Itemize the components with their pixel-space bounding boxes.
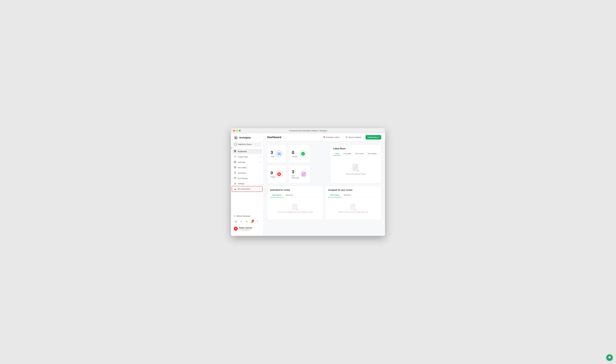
chat-fab-button[interactable]: 💬 — [606, 354, 613, 361]
screen-share-icon[interactable] — [234, 219, 238, 224]
latest-runs-title: Latest Runs — [333, 147, 378, 150]
main-content: Dashboard 📅 Schedule a demo 💬 Share Feed… — [263, 133, 385, 236]
failed-label: Failed — [271, 176, 275, 178]
help-icon[interactable]: ? — [255, 219, 260, 224]
close-button[interactable] — [233, 130, 235, 131]
svg-rect-3 — [235, 151, 236, 152]
submitted-review-title: Submitted for review — [270, 189, 320, 191]
test-data-icon — [234, 161, 236, 164]
assigned-empty-content: × Relax, no Test cases for review right … — [328, 200, 378, 217]
sidebar-item-label-create-tests: Create Tests — [238, 156, 259, 158]
sidebar-item-label-test-suites: Test Suites — [238, 167, 260, 169]
sidebar-item-label-test-plans: Test Plans — [238, 172, 260, 174]
assigned-review-tabs: Test Cases Elements — [328, 193, 378, 197]
user-profile[interactable]: R Robert Jackson Account Admin ⭐ › — [232, 225, 262, 232]
svg-rect-6 — [234, 163, 236, 163]
assigned-empty-text: Relax, no Test cases for review right no… — [338, 211, 368, 213]
tab-today[interactable]: Today — [333, 152, 341, 156]
chat-icon: 💬 — [346, 136, 348, 138]
submitted-review-card: Submitted for review Test Cases Elements — [267, 186, 323, 220]
latest-runs-card: Latest Runs Today This week This month T… — [330, 145, 381, 183]
svg-rect-9 — [234, 168, 235, 168]
svg-rect-13 — [234, 177, 236, 179]
sidebar-item-label-sf-connections: SF connections — [238, 188, 260, 190]
dropdown-chevron-icon: ▾ — [378, 136, 379, 138]
total-number: 3 — [271, 150, 274, 155]
no-runs-content: × There are no Runs Today. — [333, 158, 378, 180]
svg-text:×: × — [357, 170, 358, 172]
assigned-review-card: Assigned for your review Test Cases Elem… — [325, 186, 381, 220]
svg-point-11 — [234, 172, 236, 174]
submitted-test-cases-tab[interactable]: Test Cases — [270, 193, 284, 197]
create-new-button[interactable]: Create New ▾ — [366, 135, 381, 140]
sidebar-item-sf-connections[interactable]: ☁ SF connections — [232, 186, 262, 192]
passed-label: Passed — [292, 156, 298, 157]
sidebar: testsigma 💬 Salesforce Demo ↙ Dashboard — [231, 133, 263, 236]
sidebar-item-dashboard[interactable]: ↙ Dashboard — [232, 149, 262, 154]
topbar-actions: 📅 Schedule a demo 💬 Share Feedback Creat… — [321, 135, 381, 140]
notification-icon[interactable]: 🔔 1 — [250, 219, 254, 224]
svg-point-12 — [235, 172, 235, 173]
user-chevron-icon: › — [260, 228, 260, 230]
tab-this-month[interactable]: This month — [353, 152, 365, 156]
sidebar-item-test-data[interactable]: Test Data ▾ — [232, 160, 262, 165]
submitted-empty-text: You have not submitted any Test Cases fo… — [277, 211, 313, 213]
test-suites-icon — [234, 166, 236, 169]
workspace-selector[interactable]: 💬 Salesforce Demo — [233, 142, 262, 147]
submitted-elements-tab[interactable]: Elements — [284, 193, 295, 197]
failed-icon — [275, 170, 283, 178]
svg-rect-1 — [235, 150, 236, 151]
notification-badge: 1 — [252, 220, 254, 222]
not-executed-label: Not Executed — [292, 175, 301, 179]
test-plans-icon — [234, 172, 236, 174]
submitted-empty-content: × You have not submitted any Test Cases … — [270, 200, 320, 217]
sidebar-item-test-suites[interactable]: Test Suites — [232, 165, 262, 170]
tab-this-quarter[interactable]: This quarter — [366, 152, 378, 156]
dashboard-body: 3 Total — [263, 141, 385, 223]
refresh-label: Refresh Metadata — [236, 215, 250, 217]
schedule-demo-button[interactable]: 📅 Schedule a demo — [321, 135, 342, 139]
user-role: Account Admin ⭐ — [239, 229, 259, 231]
svg-rect-0 — [234, 150, 235, 151]
sidebar-bottom: ↻ Refresh Metadata ☺ ↻ 🔔 1 ? R — [231, 212, 263, 234]
maximize-button[interactable] — [239, 130, 241, 131]
passed-number: 0 — [292, 150, 298, 155]
review-grid: Submitted for review Test Cases Elements — [267, 186, 381, 220]
stats-section: 3 Total — [267, 145, 381, 183]
user-name: Robert Jackson — [239, 227, 259, 229]
assigned-elements-tab[interactable]: Elements — [342, 193, 353, 197]
minimize-button[interactable] — [236, 130, 238, 131]
sidebar-item-run-results[interactable]: Run Results — [232, 176, 262, 181]
stats-grid: 3 Total — [267, 145, 310, 183]
logo: testsigma — [231, 135, 263, 142]
assigned-test-cases-tab[interactable]: Test Cases — [328, 193, 342, 197]
submitted-review-tabs: Test Cases Elements — [270, 193, 320, 197]
smiley-icon[interactable]: ☺ — [239, 219, 243, 224]
sidebar-item-create-tests[interactable]: Create Tests ▾ — [232, 154, 262, 159]
total-icon — [275, 150, 283, 157]
stat-not-executed: 3 Not Executed — [288, 165, 310, 183]
sf-connections-icon: ☁ — [234, 188, 236, 190]
svg-rect-5 — [234, 162, 236, 162]
titlebar: AI Powered Test Automation Platform | Te… — [231, 128, 385, 133]
total-label: Total — [271, 156, 274, 157]
svg-rect-10 — [235, 168, 236, 168]
assigned-empty-icon: × — [350, 204, 356, 211]
not-executed-icon — [301, 170, 307, 178]
share-feedback-button[interactable]: 💬 Share Feedback — [344, 135, 363, 139]
sidebar-item-label-test-data: Test Data — [238, 161, 259, 163]
refresh-metadata-button[interactable]: ↻ Refresh Metadata — [232, 214, 262, 218]
sync-icon[interactable]: ↻ — [245, 219, 249, 224]
logo-icon — [234, 135, 238, 140]
svg-rect-16 — [235, 221, 237, 222]
svg-point-20 — [301, 152, 305, 156]
svg-text:×: × — [355, 208, 356, 211]
sidebar-item-test-plans[interactable]: Test Plans — [232, 170, 262, 176]
tab-this-week[interactable]: This week — [342, 152, 353, 156]
sidebar-item-settings[interactable]: ⚙ Settings — [232, 181, 262, 186]
refresh-icon: ↻ — [234, 215, 235, 217]
no-runs-icon-wrapper: × — [352, 164, 360, 173]
sidebar-nav: ↙ Dashboard Create Tests ▾ — [231, 149, 263, 212]
stat-total: 3 Total — [267, 145, 286, 163]
run-results-icon — [234, 177, 236, 180]
